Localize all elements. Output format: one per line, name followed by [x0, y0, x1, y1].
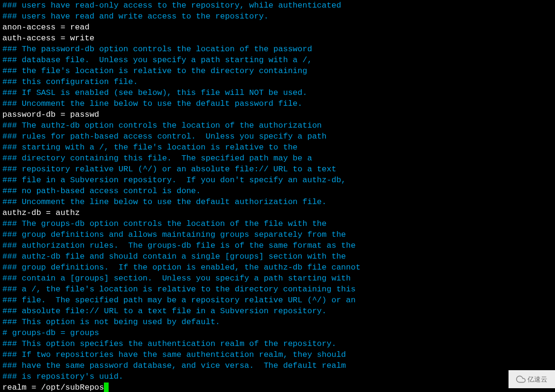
config-comment-line: ### This option specifies the authentica…: [2, 338, 553, 349]
config-value-line: auth-access = write: [2, 33, 553, 44]
config-comment-line: # groups-db = groups: [2, 327, 553, 338]
config-comment-line: ### users have read-only access to the r…: [2, 0, 553, 11]
config-comment-line: ### database file. Unless you specify a …: [2, 55, 553, 65]
config-comment-line: ### is repository's uuid.: [2, 371, 553, 382]
cloud-icon: [516, 374, 526, 384]
config-comment-line: ### If two repositories have the same au…: [2, 349, 553, 360]
config-comment-line: ### Uncomment the line below to use the …: [2, 98, 553, 109]
config-comment-line: ### repository relative URL (^/) or an a…: [2, 164, 553, 175]
config-comment-line: ### rules for path-based access control.…: [2, 131, 553, 142]
config-comment-line: ### the file's location is relative to t…: [2, 65, 553, 76]
watermark-text: 亿速云: [527, 374, 547, 385]
config-value-line: realm = /opt/subRepos: [2, 382, 553, 392]
config-comment-line: ### absolute file:// URL to a text file …: [2, 306, 553, 317]
config-value-line: password-db = passwd: [2, 109, 553, 120]
config-comment-line: ### If SASL is enabled (see below), this…: [2, 87, 553, 98]
config-comment-line: ### file in a Subversion repository. If …: [2, 175, 553, 186]
config-comment-line: ### file. The specified path may be a re…: [2, 295, 553, 306]
config-value-line: anon-access = read: [2, 22, 553, 33]
config-comment-line: ### directory containing this file. The …: [2, 153, 553, 164]
config-comment-line: ### This option is not being used by def…: [2, 317, 553, 327]
config-comment-line: ### this configuration file.: [2, 76, 553, 87]
config-comment-line: ### a /, the file's location is relative…: [2, 284, 553, 295]
terminal-editor[interactable]: ### users have read-only access to the r…: [0, 0, 555, 392]
config-comment-line: ### have the same password database, and…: [2, 360, 553, 371]
config-comment-line: ### contain a [groups] section. Unless y…: [2, 273, 553, 284]
config-comment-line: ### group definitions. If the option is …: [2, 262, 553, 273]
watermark-badge: 亿速云: [509, 370, 555, 388]
config-comment-line: ### The authz-db option controls the loc…: [2, 120, 553, 131]
config-comment-line: ### authz-db file and should contain a s…: [2, 251, 553, 262]
config-comment-line: ### The password-db option controls the …: [2, 44, 553, 55]
config-comment-line: ### Uncomment the line below to use the …: [2, 196, 553, 207]
config-comment-line: ### group definitions and allows maintai…: [2, 229, 553, 240]
config-comment-line: ### The groups-db option controls the lo…: [2, 218, 553, 229]
terminal-cursor: [104, 383, 109, 392]
config-comment-line: ### authorization rules. The groups-db f…: [2, 240, 553, 251]
config-comment-line: ### users have read and write access to …: [2, 11, 553, 22]
config-comment-line: ### no path-based access control is done…: [2, 186, 553, 196]
config-value-line: authz-db = authz: [2, 207, 553, 218]
config-comment-line: ### starting with a /, the file's locati…: [2, 142, 553, 153]
